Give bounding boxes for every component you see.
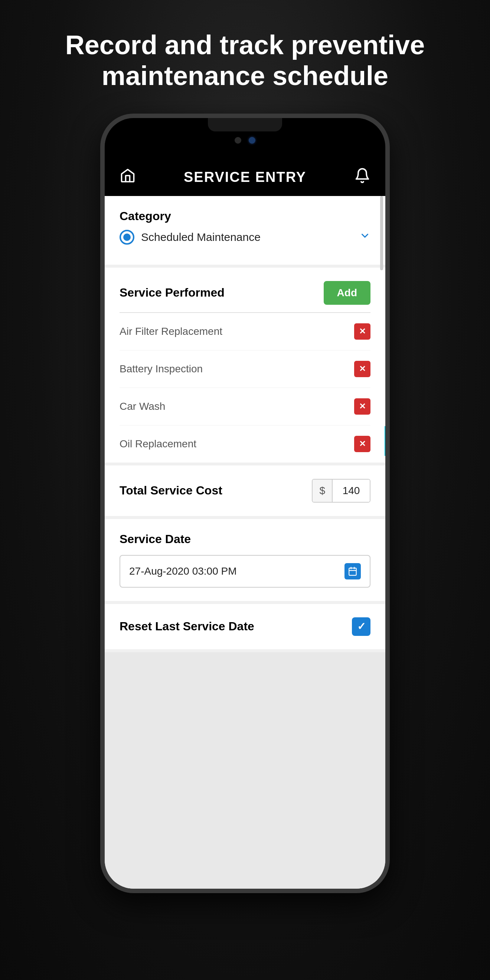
service-date-label: Service Date xyxy=(119,532,371,546)
delete-icon: ✕ xyxy=(359,439,366,449)
delete-service-item-0[interactable]: ✕ xyxy=(354,323,371,340)
delete-icon: ✕ xyxy=(359,402,366,411)
category-section: Category Scheduled Maintenance xyxy=(105,196,385,268)
reset-checkbox[interactable]: ✓ xyxy=(352,617,371,636)
add-service-button[interactable]: Add xyxy=(324,281,371,305)
phone-notch-area xyxy=(105,118,385,159)
service-item-name: Battery Inspection xyxy=(119,363,203,375)
app-title: SERVICE ENTRY xyxy=(184,169,306,185)
delete-icon: ✕ xyxy=(359,364,366,374)
service-item: Air Filter Replacement ✕ xyxy=(119,313,371,350)
radio-inner xyxy=(123,234,130,241)
cost-input-wrapper: $ 140 xyxy=(312,479,371,503)
bottom-area xyxy=(105,652,385,889)
category-label: Category xyxy=(119,209,371,223)
phone-notch xyxy=(208,118,282,131)
page-background: Record and track preventive maintenance … xyxy=(0,0,490,980)
app-header: SERVICE ENTRY xyxy=(105,159,385,196)
reset-last-service-date-section: Reset Last Service Date ✓ xyxy=(105,604,385,652)
total-service-cost-label: Total Service Cost xyxy=(119,484,222,498)
radio-button-icon xyxy=(119,230,134,245)
phone-frame: SERVICE ENTRY Category Scheduled M xyxy=(100,114,390,893)
delete-service-item-3[interactable]: ✕ xyxy=(354,436,371,452)
service-date-section: Service Date 27-Aug-2020 03:00 PM xyxy=(105,519,385,604)
service-item: Car Wash ✕ xyxy=(119,388,371,425)
service-item: Battery Inspection ✕ xyxy=(119,350,371,388)
currency-symbol: $ xyxy=(313,480,332,502)
phone-screen: Category Scheduled Maintenance xyxy=(105,196,385,889)
service-item: Oil Replacement ✕ xyxy=(119,425,371,463)
category-dropdown[interactable]: Scheduled Maintenance xyxy=(119,223,371,251)
service-performed-section: Service Performed Add Air Filter Replace… xyxy=(105,268,385,466)
service-item-name: Air Filter Replacement xyxy=(119,326,222,337)
camera-dots xyxy=(235,137,255,144)
delete-icon: ✕ xyxy=(359,327,366,336)
date-input-wrapper[interactable]: 27-Aug-2020 03:00 PM xyxy=(119,555,371,588)
category-left: Scheduled Maintenance xyxy=(119,230,261,245)
notification-icon[interactable] xyxy=(354,167,371,187)
page-headline: Record and track preventive maintenance … xyxy=(0,0,490,114)
delete-service-item-2[interactable]: ✕ xyxy=(354,398,371,415)
checkmark-icon: ✓ xyxy=(357,620,366,633)
service-item-name: Car Wash xyxy=(119,401,165,412)
camera-dot-right xyxy=(249,137,255,144)
reset-last-service-date-label: Reset Last Service Date xyxy=(119,620,254,633)
home-icon[interactable] xyxy=(119,167,136,187)
category-selected-value: Scheduled Maintenance xyxy=(141,231,261,243)
service-items-list: Air Filter Replacement ✕ Battery Inspect… xyxy=(105,313,385,463)
camera-dot-left xyxy=(235,137,241,144)
chevron-down-icon xyxy=(360,230,371,244)
scrollbar[interactable] xyxy=(380,196,383,270)
service-performed-header: Service Performed Add xyxy=(105,268,385,312)
service-date-value: 27-Aug-2020 03:00 PM xyxy=(129,565,237,577)
right-edge-tab xyxy=(385,426,390,456)
service-performed-label: Service Performed xyxy=(119,286,224,299)
svg-rect-0 xyxy=(349,568,356,575)
cost-value-field[interactable]: 140 xyxy=(332,480,370,502)
service-item-name: Oil Replacement xyxy=(119,438,196,450)
total-service-cost-section: Total Service Cost $ 140 xyxy=(105,466,385,519)
delete-service-item-1[interactable]: ✕ xyxy=(354,361,371,377)
calendar-icon[interactable] xyxy=(345,563,361,579)
